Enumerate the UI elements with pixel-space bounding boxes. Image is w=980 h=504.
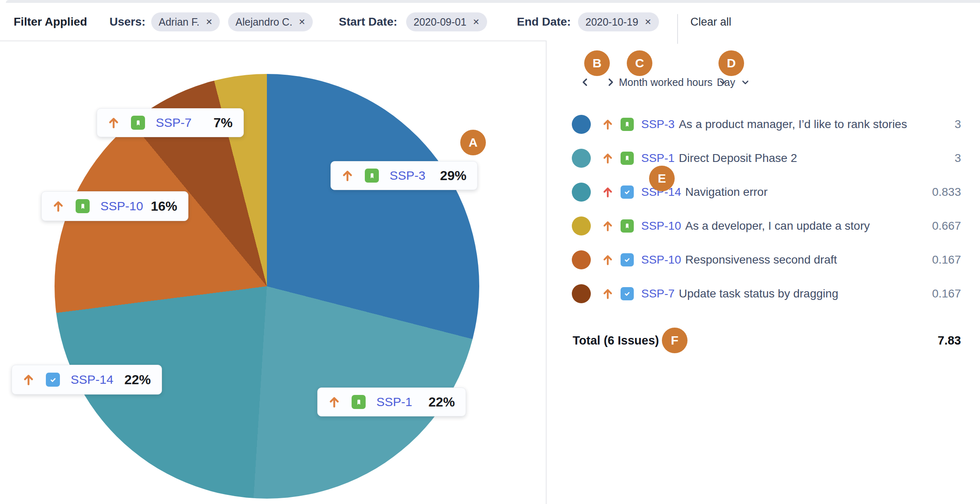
metric-dropdown[interactable]: Month worked hours	[619, 74, 728, 90]
slice-percent: 22%	[124, 372, 151, 388]
task-check-icon	[621, 253, 634, 266]
issue-text: SSP-14Navigation error	[641, 185, 924, 199]
annotation-badge-b: B	[584, 50, 610, 76]
user-chip-adrian[interactable]: Adrian F. ✕	[151, 12, 220, 31]
series-color-swatch	[572, 216, 591, 235]
issue-key-link[interactable]: SSP-3	[390, 169, 426, 183]
user-chip-label: Adrian F.	[159, 16, 200, 28]
issue-summary: As a developer, I can update a story	[685, 219, 870, 232]
issue-summary: Responsiveness second draft	[685, 253, 837, 266]
task-check-icon	[46, 373, 60, 387]
total-label: Total (6 Issues)	[573, 334, 659, 347]
priority-up-icon	[340, 168, 355, 183]
slice-percent: 29%	[440, 168, 466, 183]
filter-applied-title: Filter Applied	[14, 15, 87, 29]
priority-up-icon	[51, 199, 66, 214]
story-bookmark-icon	[621, 118, 634, 131]
issue-summary: Navigation error	[685, 185, 768, 198]
prev-period-button[interactable]	[578, 75, 592, 90]
legend-row[interactable]: SSP-10Responsiveness second draft 0.167	[572, 243, 961, 277]
start-date-label: Start Date:	[339, 15, 397, 29]
issue-key-link[interactable]: SSP-7	[156, 116, 192, 130]
user-chip-alejandro[interactable]: Alejandro C. ✕	[228, 12, 313, 31]
start-date-chip[interactable]: 2020-09-01 ✕	[406, 12, 487, 31]
filter-bar-separator	[677, 14, 678, 44]
story-bookmark-icon	[365, 169, 379, 183]
issue-key-link[interactable]: SSP-1	[641, 152, 675, 164]
legend-row[interactable]: SSP-10As a developer, I can update a sto…	[572, 209, 961, 243]
group-dropdown-value: Day	[717, 76, 735, 88]
issue-key-link[interactable]: SSP-10	[100, 199, 143, 213]
end-date-chip[interactable]: 2020-10-19 ✕	[578, 12, 659, 31]
worked-hours-value: 3	[954, 152, 961, 165]
priority-up-icon	[327, 395, 342, 409]
series-color-swatch	[572, 149, 591, 168]
issue-key-link[interactable]: SSP-10	[641, 253, 681, 266]
series-color-swatch	[572, 115, 591, 134]
issue-summary: Direct Deposit Phase 2	[679, 152, 797, 164]
priority-up-icon	[601, 253, 615, 267]
end-date-value: 2020-10-19	[585, 16, 638, 28]
priority-up-icon	[106, 115, 121, 130]
pie-label-ssp-7: SSP-77%	[97, 108, 244, 137]
chevron-left-icon	[579, 76, 591, 88]
issue-key-link[interactable]: SSP-1	[376, 395, 412, 409]
worked-hours-value: 3	[954, 118, 961, 131]
story-bookmark-icon	[352, 395, 366, 409]
story-bookmark-icon	[131, 116, 145, 130]
clear-all-button[interactable]: Clear all	[690, 16, 731, 29]
annotation-badge-e: E	[649, 166, 675, 191]
worked-hours-value: 0.167	[932, 287, 961, 300]
story-bookmark-icon	[621, 152, 634, 165]
priority-up-icon	[601, 219, 615, 233]
remove-chip-icon[interactable]: ✕	[206, 17, 213, 27]
story-bookmark-icon	[621, 219, 634, 233]
story-bookmark-icon	[76, 199, 90, 213]
users-label: Users:	[109, 15, 145, 29]
issue-text: SSP-10Responsiveness second draft	[641, 253, 924, 266]
worked-hours-value: 0.667	[932, 219, 961, 233]
annotation-badge-c: C	[627, 50, 652, 76]
worked-hours-value: 0.833	[932, 185, 961, 199]
remove-chip-icon[interactable]: ✕	[299, 17, 306, 27]
legend-row[interactable]: SSP-3As a product manager, I’d like to r…	[572, 107, 961, 141]
issue-key-link[interactable]: SSP-3	[641, 118, 675, 131]
window-top-edge	[6, 0, 980, 3]
filter-bar: Filter Applied Users: Adrian F. ✕ Alejan…	[0, 3, 980, 41]
task-check-icon	[621, 185, 634, 199]
total-row: Total (6 Issues) 7.83	[573, 324, 961, 357]
annotation-badge-f: F	[662, 328, 687, 353]
priority-up-icon	[601, 287, 615, 301]
legend-row[interactable]: SSP-7Update task status by dragging 0.16…	[572, 277, 961, 311]
issue-type-icon	[621, 118, 634, 131]
series-color-swatch	[572, 284, 591, 303]
filter-bar-bottom-rule	[0, 40, 546, 41]
issue-text: SSP-7Update task status by dragging	[641, 287, 924, 300]
legend-row[interactable]: SSP-14Navigation error 0.833	[572, 175, 961, 209]
pie-label-ssp-14: SSP-1422%	[12, 365, 162, 395]
issue-type-icon	[621, 152, 634, 165]
user-chip-label: Alejandro C.	[235, 16, 293, 28]
metric-dropdown-value: Month worked hours	[619, 76, 713, 88]
next-period-button[interactable]	[603, 75, 618, 90]
remove-chip-icon[interactable]: ✕	[473, 17, 480, 27]
total-value: 7.83	[938, 334, 961, 347]
issue-type-icon	[621, 185, 634, 199]
issue-key-link[interactable]: SSP-10	[641, 219, 681, 232]
annotation-badge-d: D	[718, 50, 744, 76]
remove-chip-icon[interactable]: ✕	[645, 17, 652, 27]
pie-label-ssp-1: SSP-122%	[317, 388, 466, 416]
task-check-icon	[621, 287, 634, 300]
issue-type-icon	[621, 287, 634, 300]
issue-text: SSP-10As a developer, I can update a sto…	[641, 219, 924, 233]
series-color-swatch	[572, 183, 591, 202]
issue-key-link[interactable]: SSP-14	[71, 373, 113, 387]
pie-chart[interactable]	[55, 74, 479, 499]
issue-text: SSP-3As a product manager, I’d like to r…	[641, 118, 946, 131]
issue-key-link[interactable]: SSP-7	[641, 287, 675, 300]
worklog-pie-report: Filter Applied Users: Adrian F. ✕ Alejan…	[0, 0, 980, 504]
group-dropdown[interactable]: Day	[717, 74, 750, 90]
legend-row[interactable]: SSP-1Direct Deposit Phase 2 3	[572, 141, 961, 175]
slice-percent: 7%	[214, 115, 233, 131]
priority-up-icon	[601, 151, 615, 165]
